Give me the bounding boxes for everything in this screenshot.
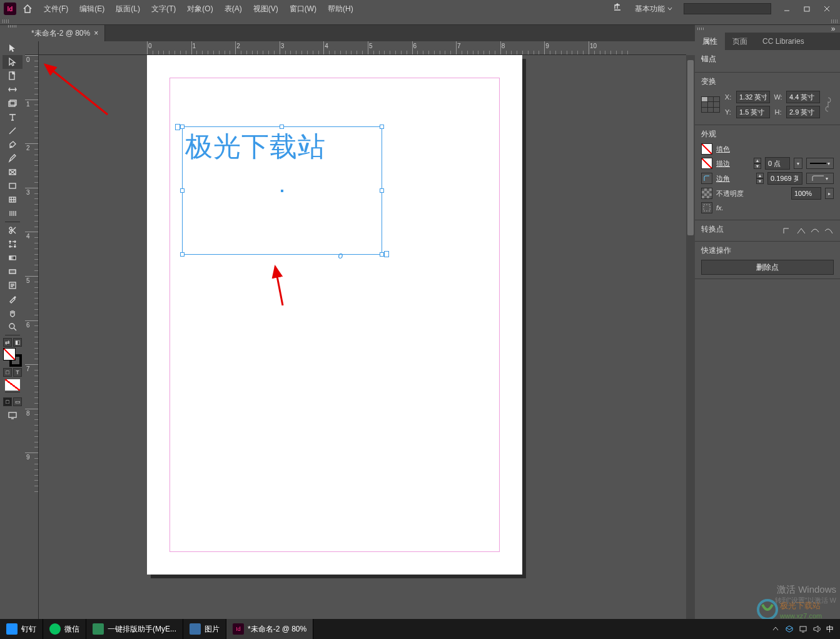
view-mode-preview-icon[interactable]: ▭ (13, 397, 22, 406)
menu-help[interactable]: 帮助(H) (323, 1, 358, 17)
gradient-feather-tool-icon[interactable] (3, 265, 23, 279)
out-port[interactable] (384, 251, 389, 257)
handle-w[interactable] (180, 188, 185, 193)
menu-type[interactable]: 文字(T) (146, 1, 181, 17)
window-close-icon[interactable] (817, 3, 836, 15)
ruler-vertical[interactable]: 0123456789 (25, 55, 39, 619)
panel-tab-pages[interactable]: 页面 (725, 33, 755, 50)
page[interactable]: 极光下载站 o (147, 55, 522, 575)
stroke-style-dropdown[interactable]: ▾ (806, 158, 834, 169)
scrollbar-vertical[interactable] (686, 55, 695, 619)
type-tool-icon[interactable] (3, 110, 23, 124)
menu-file[interactable]: 文件(F) (39, 1, 73, 17)
handle-nw[interactable] (180, 125, 185, 129)
panel-flyout-icon[interactable]: » (829, 24, 837, 33)
w-field[interactable] (786, 91, 820, 103)
default-colors-icon[interactable]: ◧ (13, 338, 22, 347)
taskbar-item-typeset[interactable]: 一键排版助手(MyE... (86, 619, 183, 639)
stroke-weight-field[interactable] (765, 157, 790, 170)
stroke-swatch[interactable] (701, 158, 712, 169)
window-minimize-icon[interactable] (777, 3, 796, 15)
swap-colors-icon[interactable]: ⇄ (3, 338, 12, 347)
panel-tab-properties[interactable]: 属性 (695, 33, 725, 50)
menu-view[interactable]: 视图(V) (248, 1, 283, 17)
close-icon[interactable]: × (94, 29, 98, 38)
tray-volume-icon[interactable] (812, 625, 821, 633)
fill-label[interactable]: 填色 (716, 145, 730, 154)
convert-smooth-icon[interactable] (796, 225, 806, 235)
corner-icon[interactable] (701, 173, 712, 184)
hand-tool-icon[interactable] (3, 306, 23, 320)
document-tab[interactable]: *未命名-2 @ 80% × (25, 25, 105, 41)
tray-network-icon[interactable] (799, 625, 807, 633)
direct-selection-tool-icon[interactable] (3, 55, 23, 69)
scissors-tool-icon[interactable] (3, 223, 23, 237)
content-collector-tool-icon[interactable] (3, 96, 23, 110)
convert-smooth2-icon[interactable] (810, 225, 820, 235)
reference-point-grid[interactable] (701, 96, 720, 113)
convert-corner-icon[interactable] (782, 225, 792, 235)
note-tool-icon[interactable] (3, 279, 23, 292)
grid-tool-icon[interactable] (3, 193, 23, 207)
search-input[interactable] (684, 3, 771, 14)
text-frame-selected[interactable]: 极光下载站 o (182, 126, 382, 255)
grid2-tool-icon[interactable] (3, 207, 23, 220)
menu-object[interactable]: 对象(O) (182, 1, 218, 17)
page-tool-icon[interactable] (3, 69, 23, 83)
taskbar-item-wechat[interactable]: 微信 (43, 619, 86, 639)
corner-size-field[interactable] (767, 172, 802, 185)
fill-swatch[interactable] (701, 143, 712, 155)
handle-ne[interactable] (380, 125, 384, 129)
free-transform-tool-icon[interactable] (3, 237, 23, 251)
taskbar-item-pictures[interactable]: 图片 (183, 619, 226, 639)
corner-style-dropdown[interactable]: ▾ (806, 173, 834, 184)
opacity-field[interactable] (791, 187, 821, 200)
stroke-dropdown-icon[interactable]: ▾ (794, 158, 802, 169)
handle-se[interactable] (380, 252, 384, 257)
taskbar-item-dingtalk[interactable]: 钉钉 (0, 619, 43, 639)
apply-color-container-icon[interactable]: □ (3, 368, 12, 377)
pencil-tool-icon[interactable] (3, 151, 23, 165)
rectangle-frame-tool-icon[interactable] (3, 165, 23, 179)
rectangle-tool-icon[interactable] (3, 179, 23, 193)
line-tool-icon[interactable] (3, 124, 23, 138)
menu-edit[interactable]: 编辑(E) (74, 1, 109, 17)
fx-icon[interactable] (701, 202, 712, 213)
gap-tool-icon[interactable] (3, 83, 23, 96)
y-field[interactable] (736, 106, 770, 118)
formatting-affects-icon[interactable] (5, 379, 20, 391)
constrain-proportions-icon[interactable] (824, 95, 832, 114)
center-point[interactable] (281, 190, 283, 192)
delete-point-button[interactable]: 删除点 (701, 260, 834, 275)
fill-stroke-indicator[interactable] (3, 348, 22, 367)
tray-cube-icon[interactable] (785, 625, 794, 633)
home-icon[interactable] (21, 3, 34, 15)
in-port[interactable] (175, 124, 180, 130)
opacity-dropdown-icon[interactable]: ▸ (825, 188, 834, 199)
pen-tool-icon[interactable] (3, 138, 23, 151)
corner-stepper[interactable]: ▲▼ (756, 173, 764, 184)
gradient-swatch-tool-icon[interactable] (3, 251, 23, 265)
menu-layout[interactable]: 版面(L) (111, 1, 145, 17)
scrollbar-thumb[interactable] (687, 60, 694, 235)
window-restore-icon[interactable] (797, 3, 816, 15)
ime-indicator[interactable]: 中 (826, 624, 834, 635)
view-mode-normal-icon[interactable]: □ (3, 397, 12, 406)
handle-n[interactable] (280, 125, 284, 129)
h-field[interactable] (786, 106, 820, 118)
ruler-horizontal[interactable]: 012345678910 (39, 41, 686, 55)
viewport[interactable]: 极光下载站 o (39, 55, 686, 619)
handle-sw[interactable] (180, 252, 185, 257)
taskbar-item-indesign[interactable]: Id *未命名-2 @ 80% (226, 619, 313, 639)
share-icon[interactable] (612, 3, 625, 15)
eyedropper-tool-icon[interactable] (3, 292, 23, 306)
zoom-tool-icon[interactable] (3, 320, 23, 334)
screen-mode-icon[interactable] (3, 409, 23, 422)
fx-label[interactable]: fx. (716, 204, 724, 212)
tray-up-icon[interactable] (771, 625, 780, 633)
workspace-switcher[interactable]: 基本功能 (630, 1, 677, 17)
stroke-label[interactable]: 描边 (716, 159, 730, 168)
selection-tool-icon[interactable] (3, 41, 23, 55)
x-field[interactable] (736, 91, 770, 103)
apply-color-text-icon[interactable]: T (13, 368, 22, 377)
